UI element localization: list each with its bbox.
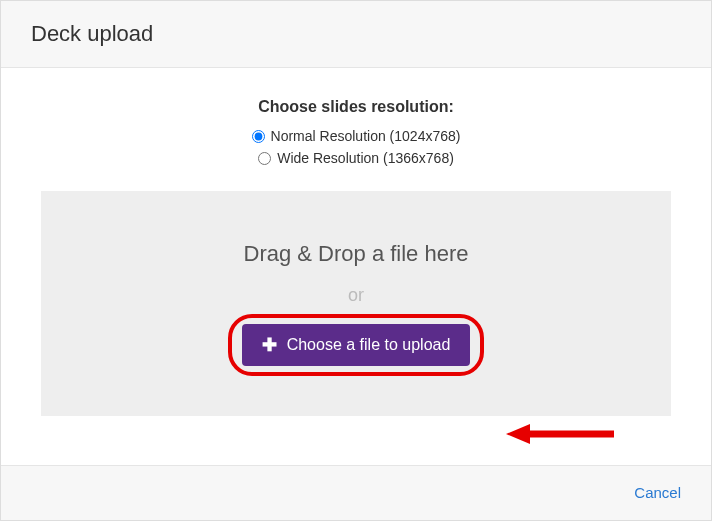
resolution-label-normal: Normal Resolution (1024x768) <box>271 128 461 144</box>
resolution-radio-normal[interactable] <box>252 130 265 143</box>
resolution-label-wide: Wide Resolution (1366x768) <box>277 150 454 166</box>
dropzone-drag-text: Drag & Drop a file here <box>61 241 651 267</box>
cancel-button[interactable]: Cancel <box>634 484 681 501</box>
plus-icon: ✚ <box>262 336 277 354</box>
file-dropzone[interactable]: Drag & Drop a file here or ✚ Choose a fi… <box>41 191 671 416</box>
resolution-section: Choose slides resolution: Normal Resolut… <box>41 98 671 166</box>
modal-footer: Cancel <box>1 465 711 520</box>
upload-button-wrap: ✚ Choose a file to upload <box>242 324 471 366</box>
resolution-radio-wide[interactable] <box>258 152 271 165</box>
resolution-option-normal[interactable]: Normal Resolution (1024x768) <box>41 128 671 144</box>
resolution-heading: Choose slides resolution: <box>41 98 671 116</box>
deck-upload-modal: Deck upload Choose slides resolution: No… <box>0 0 712 521</box>
modal-title: Deck upload <box>31 21 681 47</box>
choose-file-button-label: Choose a file to upload <box>287 336 451 354</box>
svg-marker-1 <box>506 424 530 444</box>
dropzone-or-text: or <box>61 285 651 306</box>
modal-header: Deck upload <box>1 1 711 68</box>
choose-file-button[interactable]: ✚ Choose a file to upload <box>242 324 471 366</box>
arrow-annotation <box>506 422 616 446</box>
modal-body: Choose slides resolution: Normal Resolut… <box>1 68 711 465</box>
resolution-option-wide[interactable]: Wide Resolution (1366x768) <box>41 150 671 166</box>
